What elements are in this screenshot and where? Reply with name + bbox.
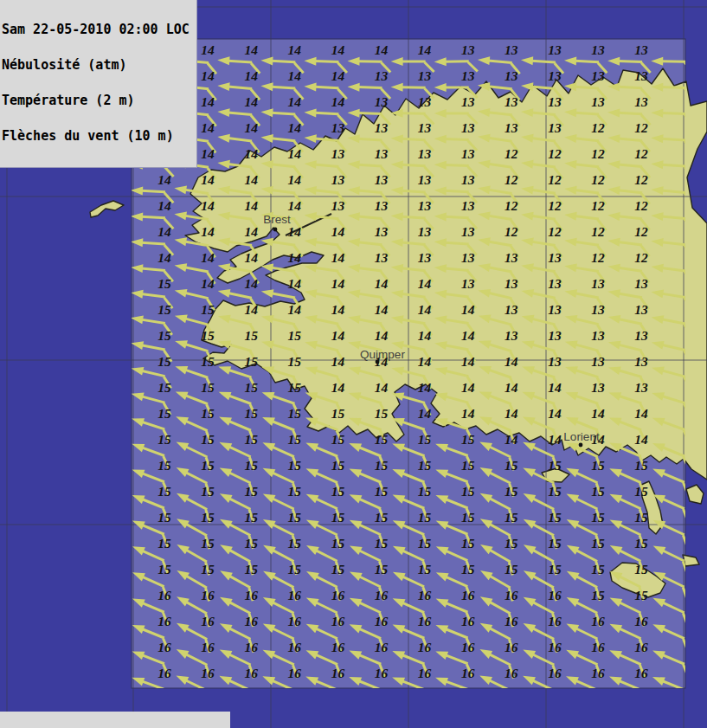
temperature-value: 13: [375, 94, 389, 109]
temperature-value: 14: [418, 328, 432, 343]
city-dot: [273, 228, 278, 232]
temperature-value: 16: [418, 614, 432, 628]
temperature-value: 16: [331, 588, 345, 602]
temperature-value: 13: [634, 328, 648, 343]
temperature-value: 15: [418, 432, 432, 447]
temperature-value: 15: [548, 536, 562, 551]
temperature-value: 13: [634, 68, 648, 83]
temperature-value: 13: [418, 224, 432, 239]
temperature-value: 15: [505, 562, 518, 577]
temperature-value: 13: [505, 120, 518, 135]
temperature-value: 15: [505, 510, 518, 525]
city-dot: [376, 360, 380, 364]
temperature-value: 15: [244, 380, 258, 395]
temperature-value: 15: [201, 354, 215, 369]
temperature-value: 16: [461, 588, 475, 602]
temperature-value: 16: [505, 614, 518, 628]
temperature-value: 15: [157, 302, 171, 317]
temperature-value: 16: [157, 640, 171, 654]
temperature-value: 14: [244, 224, 258, 239]
temperature-value: 12: [634, 250, 648, 265]
temperature-value: 13: [461, 120, 475, 135]
temperature-value: 13: [418, 198, 432, 213]
temperature-value: 14: [634, 406, 648, 421]
temperature-value: 13: [331, 198, 345, 213]
temperature-value: 16: [331, 666, 345, 680]
temperature-value: 13: [548, 94, 562, 109]
temperature-value: 16: [157, 614, 171, 628]
temperature-value: 16: [288, 666, 302, 680]
temperature-value: 16: [634, 666, 648, 680]
temperature-value: 15: [634, 510, 648, 525]
city-dot: [579, 443, 583, 448]
temperature-value: 13: [418, 250, 432, 265]
temperature-value: 16: [244, 588, 258, 602]
temperature-value: 16: [505, 588, 518, 602]
temperature-value: 15: [375, 562, 389, 577]
temperature-value: 15: [201, 510, 215, 525]
temperature-value: 15: [157, 432, 171, 447]
temperature-value: 16: [157, 666, 171, 680]
temperature-value: 14: [288, 198, 302, 213]
temperature-value: 15: [331, 536, 345, 551]
temperature-value: 15: [418, 510, 432, 525]
temperature-value: 13: [591, 380, 605, 395]
temperature-value: 15: [418, 562, 432, 577]
temperature-value: 14: [634, 432, 648, 447]
temperature-value: 15: [331, 406, 345, 421]
legend-datetime: Sam 22-05-2010 02:00 LOC: [2, 24, 190, 36]
temperature-value: 14: [418, 380, 432, 395]
temperature-value: 15: [288, 458, 302, 473]
temperature-value: 13: [375, 146, 389, 161]
temperature-value: 14: [201, 68, 215, 83]
temperature-value: 16: [634, 614, 648, 628]
temperature-value: 16: [201, 614, 215, 628]
temperature-value: 14: [331, 68, 345, 83]
temperature-value: 16: [591, 614, 605, 628]
temperature-value: 15: [157, 276, 171, 291]
temperature-value: 13: [634, 302, 648, 317]
temperature-value: 14: [418, 276, 432, 291]
temperature-value: 14: [288, 68, 302, 83]
temperature-value: 16: [375, 640, 389, 654]
temperature-value: 15: [288, 510, 302, 525]
temperature-value: 15: [634, 588, 648, 602]
temperature-value: 14: [201, 276, 215, 291]
temperature-value: 12: [505, 172, 518, 187]
temperature-value: 14: [461, 354, 475, 369]
temperature-value: 14: [375, 276, 389, 291]
temperature-value: 13: [461, 198, 475, 213]
temperature-value: 13: [505, 328, 518, 343]
temperature-value: 14: [288, 172, 302, 187]
temperature-value: 16: [461, 666, 475, 680]
temperature-value: 12: [591, 146, 605, 161]
temperature-value: 15: [244, 536, 258, 551]
temperature-value: 16: [244, 614, 258, 628]
temperature-value: 14: [331, 250, 345, 265]
temperature-value: 14: [288, 302, 302, 317]
temperature-value: 14: [505, 432, 518, 447]
temperature-value: 13: [591, 354, 605, 369]
temperature-value: 14: [418, 42, 432, 57]
temperature-value: 13: [548, 42, 562, 57]
temperature-value: 14: [375, 380, 389, 395]
temperature-value: 14: [461, 406, 475, 421]
temperature-value: 16: [244, 666, 258, 680]
temperature-value: 16: [548, 588, 562, 602]
temperature-value: 13: [505, 302, 518, 317]
city-label: Lorient: [563, 430, 600, 443]
temperature-value: 12: [548, 146, 562, 161]
temperature-value: 13: [591, 302, 605, 317]
temperature-value: 15: [418, 484, 432, 499]
temperature-value: 15: [157, 380, 171, 395]
temperature-value: 13: [461, 68, 475, 83]
temperature-value: 13: [505, 68, 518, 83]
temperature-value: 12: [548, 198, 562, 213]
legend-cloudiness: Nébulosité (atm): [2, 60, 190, 72]
temperature-value: 14: [375, 42, 389, 57]
temperature-value: 14: [288, 120, 302, 135]
temperature-value: 12: [505, 198, 518, 213]
temperature-value: 15: [461, 562, 475, 577]
temperature-value: 13: [591, 328, 605, 343]
temperature-value: 14: [418, 302, 432, 317]
